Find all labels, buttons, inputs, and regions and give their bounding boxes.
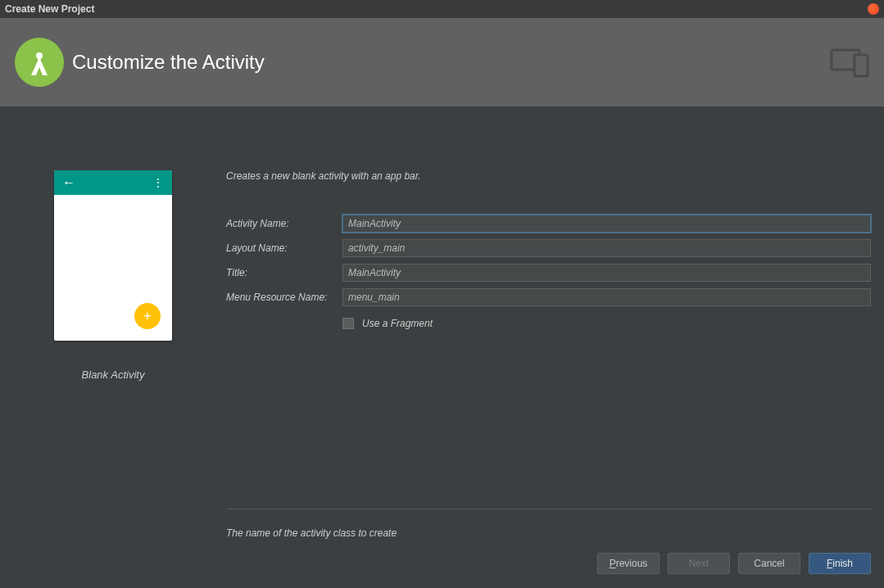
template-description: Creates a new blank activity with an app… (226, 170, 871, 182)
fab-icon: + (134, 303, 161, 329)
layout-name-label: Layout Name: (226, 242, 342, 254)
window-titlebar: Create New Project (0, 0, 884, 18)
back-arrow-icon: ← (62, 175, 75, 190)
svg-rect-1 (39, 54, 41, 62)
close-icon[interactable] (868, 3, 879, 15)
wizard-header: Customize the Activity (0, 18, 884, 106)
android-studio-logo-icon (15, 38, 64, 87)
cancel-button[interactable]: Cancel (738, 553, 800, 574)
phone-preview: ← ⋮ + (54, 170, 172, 341)
form-panel: Creates a new blank activity with an app… (226, 170, 884, 539)
template-name-label: Blank Activity (82, 369, 145, 381)
template-preview-panel: ← ⋮ + Blank Activity (0, 170, 226, 539)
activity-name-input[interactable] (342, 215, 871, 233)
divider (226, 509, 871, 509)
use-fragment-checkbox[interactable] (342, 318, 354, 329)
device-form-factor-icon (830, 47, 869, 78)
field-help-text: The name of the activity class to create (226, 527, 871, 539)
use-fragment-label: Use a Fragment (362, 318, 433, 329)
wizard-title: Customize the Activity (72, 51, 265, 74)
window-title: Create New Project (5, 3, 94, 15)
previous-button[interactable]: Previous (597, 553, 660, 574)
use-fragment-row[interactable]: Use a Fragment (342, 318, 871, 329)
layout-name-input[interactable] (342, 239, 871, 257)
preview-appbar: ← ⋮ (54, 170, 172, 195)
activity-name-label: Activity Name: (226, 218, 342, 229)
menu-resource-input[interactable] (342, 288, 871, 306)
title-input[interactable] (342, 264, 871, 282)
title-label: Title: (226, 267, 342, 278)
svg-rect-3 (855, 55, 868, 76)
menu-resource-label: Menu Resource Name: (226, 292, 342, 303)
finish-button[interactable]: Finish (809, 553, 871, 574)
wizard-button-bar: Previous Next Cancel Finish (0, 539, 884, 588)
overflow-menu-icon: ⋮ (152, 180, 164, 185)
next-button: Next (668, 553, 730, 574)
